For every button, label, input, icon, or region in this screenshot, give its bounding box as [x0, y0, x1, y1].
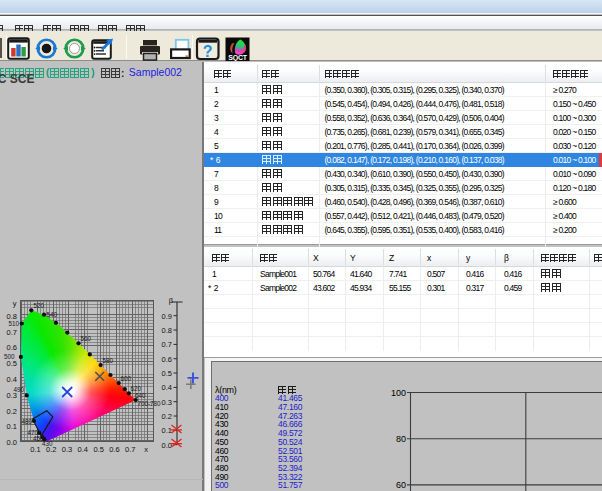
- svg-text:?: ?: [203, 43, 213, 60]
- svg-text:SQCT: SQCT: [228, 54, 248, 61]
- svg-text:580: 580: [103, 357, 114, 364]
- svg-text:β: β: [169, 296, 174, 305]
- svg-text:540: 540: [47, 311, 58, 318]
- svg-text:500: 500: [4, 353, 15, 360]
- svg-text:0.0: 0.0: [162, 441, 172, 450]
- svg-text:0.7: 0.7: [7, 328, 17, 337]
- svg-text:0.3: 0.3: [162, 398, 172, 407]
- svg-text:490: 490: [14, 386, 25, 393]
- svg-text:0.6: 0.6: [7, 343, 17, 352]
- svg-text:510: 510: [9, 320, 20, 327]
- svg-text:0.5: 0.5: [7, 359, 17, 368]
- svg-text:0.1: 0.1: [162, 426, 172, 435]
- svg-text:0.2: 0.2: [162, 412, 172, 421]
- svg-text:0.2: 0.2: [7, 407, 17, 416]
- svg-text:0.1: 0.1: [30, 445, 40, 454]
- svg-text:0.5: 0.5: [162, 369, 172, 378]
- svg-text:80: 80: [396, 434, 406, 444]
- svg-text:430: 430: [42, 440, 53, 447]
- svg-text:0.4: 0.4: [78, 445, 88, 454]
- svg-text:640: 640: [135, 392, 146, 399]
- svg-text:0.7: 0.7: [125, 445, 135, 454]
- svg-text:x: x: [144, 445, 148, 454]
- svg-text:600: 600: [121, 375, 132, 382]
- svg-text:0.4: 0.4: [162, 383, 172, 392]
- svg-text:0.3: 0.3: [62, 445, 72, 454]
- svg-text:700-780: 700-780: [138, 400, 162, 407]
- svg-text:0.6: 0.6: [162, 355, 172, 364]
- svg-text:0.9: 0.9: [162, 312, 172, 321]
- svg-text:0.1: 0.1: [7, 422, 17, 431]
- svg-text:0.8: 0.8: [162, 326, 172, 335]
- svg-text:0.0: 0.0: [7, 438, 17, 447]
- svg-text:0.5: 0.5: [93, 445, 103, 454]
- svg-text:0.6: 0.6: [109, 445, 119, 454]
- svg-text:560: 560: [81, 335, 92, 342]
- svg-text:60: 60: [396, 480, 406, 490]
- svg-text:520: 520: [34, 302, 45, 309]
- svg-text:y: y: [13, 299, 17, 308]
- svg-text:0.7: 0.7: [162, 340, 172, 349]
- svg-text:100: 100: [391, 388, 406, 398]
- svg-text:480: 480: [22, 418, 33, 425]
- svg-text:0.4: 0.4: [7, 375, 17, 384]
